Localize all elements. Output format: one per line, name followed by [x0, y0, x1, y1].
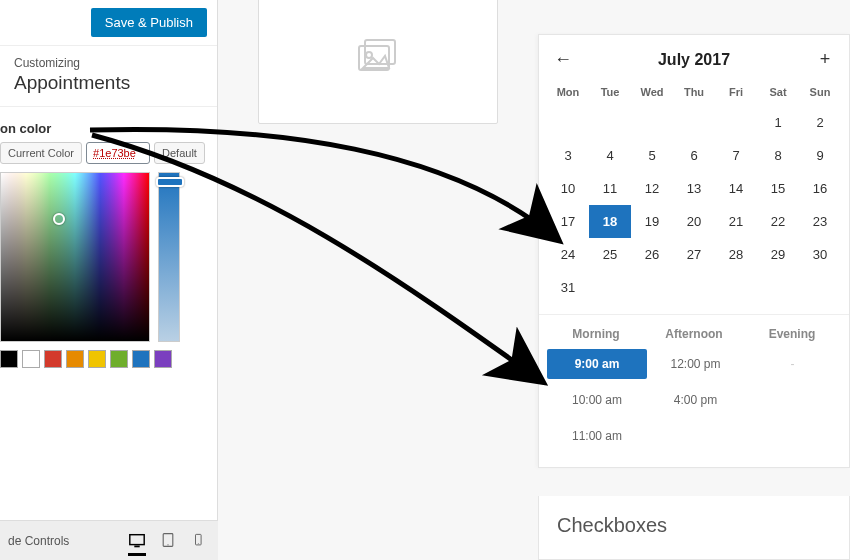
calendar-day[interactable]: 22: [757, 205, 799, 238]
calendar-widget: ← July 2017 + MonTueWedThuFriSatSun12345…: [538, 34, 850, 468]
calendar-day[interactable]: 11: [589, 172, 631, 205]
calendar-dow: Tue: [589, 82, 631, 106]
time-period-header: Afternoon: [645, 327, 743, 341]
calendar-next-button[interactable]: +: [811, 49, 839, 70]
color-control-label: on color: [0, 107, 217, 142]
swatch[interactable]: [22, 350, 40, 368]
calendar-day[interactable]: 20: [673, 205, 715, 238]
saturation-value-area[interactable]: [0, 172, 150, 342]
calendar-day[interactable]: 9: [799, 139, 841, 172]
mobile-icon[interactable]: [192, 532, 210, 550]
calendar-dow: Thu: [673, 82, 715, 106]
time-slot[interactable]: 11:00 am: [547, 421, 647, 451]
calendar-day[interactable]: 3: [547, 139, 589, 172]
calendar-day[interactable]: 26: [631, 238, 673, 271]
calendar-day[interactable]: 15: [757, 172, 799, 205]
calendar-dow: Sat: [757, 82, 799, 106]
time-slot: [647, 421, 744, 451]
svg-rect-0: [130, 534, 144, 544]
swatch[interactable]: [88, 350, 106, 368]
calendar-dow: Sun: [799, 82, 841, 106]
breadcrumb: Customizing: [0, 46, 217, 72]
color-picker: [0, 172, 217, 342]
calendar-header: ← July 2017 +: [539, 35, 849, 82]
calendar-day[interactable]: 30: [799, 238, 841, 271]
calendar-day[interactable]: 31: [547, 271, 589, 304]
device-preview-icons: [128, 532, 210, 550]
customizer-footer: de Controls: [0, 520, 218, 560]
preview-pane: ← July 2017 + MonTueWedThuFriSatSun12345…: [218, 0, 850, 560]
calendar-day[interactable]: 8: [757, 139, 799, 172]
swatch[interactable]: [0, 350, 18, 368]
calendar-day[interactable]: 16: [799, 172, 841, 205]
time-slot[interactable]: 10:00 am: [547, 385, 647, 415]
time-slots: MorningAfternoonEvening 9:00 am12:00 pm-…: [539, 314, 849, 467]
calendar-day[interactable]: 2: [799, 106, 841, 139]
time-period-header: Morning: [547, 327, 645, 341]
calendar-day[interactable]: 14: [715, 172, 757, 205]
calendar-day[interactable]: 19: [631, 205, 673, 238]
hue-handle[interactable]: [156, 177, 184, 187]
desktop-icon[interactable]: [128, 532, 146, 550]
satval-handle[interactable]: [53, 213, 65, 225]
calendar-day[interactable]: 5: [631, 139, 673, 172]
save-publish-button[interactable]: Save & Publish: [91, 8, 207, 37]
calendar-day[interactable]: 4: [589, 139, 631, 172]
default-color-button[interactable]: Default: [154, 142, 205, 164]
calendar-day[interactable]: 29: [757, 238, 799, 271]
calendar-day[interactable]: 10: [547, 172, 589, 205]
customizer-sidebar: Save & Publish Customizing Appointments …: [0, 0, 218, 560]
time-grid: 9:00 am12:00 pm-10:00 am4:00 pm11:00 am: [547, 349, 841, 451]
swatch[interactable]: [154, 350, 172, 368]
current-color-button[interactable]: Current Color: [0, 142, 82, 164]
calendar-day[interactable]: 17: [547, 205, 589, 238]
calendar-day[interactable]: 6: [673, 139, 715, 172]
time-headers: MorningAfternoonEvening: [547, 327, 841, 349]
gallery-icon: [353, 38, 403, 80]
calendar-grid: MonTueWedThuFriSatSun1234567891011121314…: [539, 82, 849, 314]
time-slot[interactable]: 4:00 pm: [647, 385, 744, 415]
color-input-row: Current Color Default: [0, 142, 217, 172]
section-title: Appointments: [0, 72, 217, 107]
calendar-prev-button[interactable]: ←: [549, 49, 577, 70]
time-period-header: Evening: [743, 327, 841, 341]
swatch[interactable]: [66, 350, 84, 368]
calendar-day[interactable]: 25: [589, 238, 631, 271]
calendar-title: July 2017: [577, 51, 811, 69]
tablet-icon[interactable]: [160, 532, 178, 550]
image-placeholder: [258, 0, 498, 124]
swatch[interactable]: [110, 350, 128, 368]
time-slot: -: [744, 349, 841, 379]
calendar-day[interactable]: 23: [799, 205, 841, 238]
calendar-dow: Fri: [715, 82, 757, 106]
swatch[interactable]: [132, 350, 150, 368]
calendar-day[interactable]: 1: [757, 106, 799, 139]
hide-controls-label[interactable]: de Controls: [8, 534, 69, 548]
color-swatches: [0, 342, 217, 368]
calendar-day[interactable]: 7: [715, 139, 757, 172]
publish-row: Save & Publish: [0, 0, 217, 46]
calendar-day[interactable]: 21: [715, 205, 757, 238]
svg-point-8: [366, 52, 372, 58]
calendar-dow: Wed: [631, 82, 673, 106]
time-slot[interactable]: 9:00 am: [547, 349, 647, 379]
calendar-day[interactable]: 13: [673, 172, 715, 205]
next-section-title: Checkboxes: [538, 496, 850, 560]
time-slot[interactable]: 12:00 pm: [647, 349, 744, 379]
calendar-day[interactable]: 28: [715, 238, 757, 271]
calendar-day[interactable]: 27: [673, 238, 715, 271]
svg-rect-1: [134, 545, 139, 547]
calendar-dow: Mon: [547, 82, 589, 106]
svg-point-5: [198, 543, 199, 544]
calendar-day[interactable]: 24: [547, 238, 589, 271]
hex-input[interactable]: [86, 142, 150, 164]
swatch[interactable]: [44, 350, 62, 368]
calendar-day[interactable]: 18: [589, 205, 631, 238]
svg-point-3: [167, 544, 168, 545]
time-slot: [744, 421, 841, 451]
hue-slider[interactable]: [158, 172, 180, 342]
calendar-day[interactable]: 12: [631, 172, 673, 205]
time-slot: [744, 385, 841, 415]
